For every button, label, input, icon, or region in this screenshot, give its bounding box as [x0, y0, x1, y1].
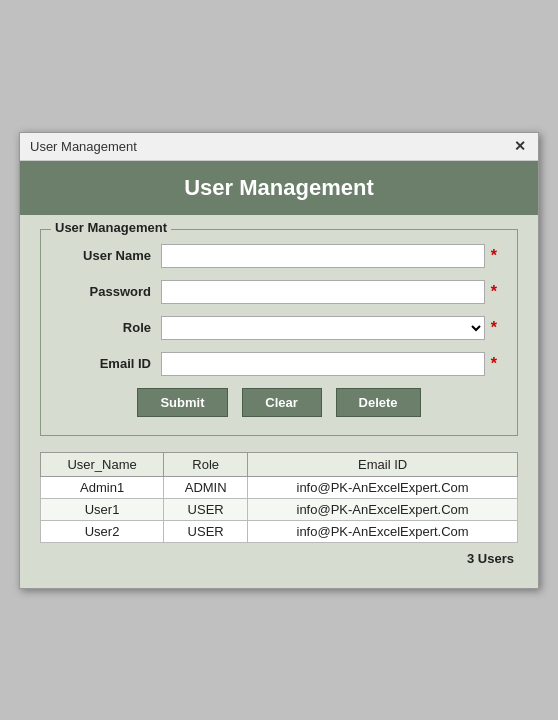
user-count: 3 Users: [467, 551, 514, 566]
clear-button[interactable]: Clear: [242, 388, 322, 417]
group-box-legend: User Management: [51, 220, 171, 235]
table-row[interactable]: Admin1ADMINinfo@PK-AnExcelExpert.Com: [41, 476, 518, 498]
emailid-input[interactable]: [161, 352, 485, 376]
role-required: *: [491, 319, 497, 337]
delete-button[interactable]: Delete: [336, 388, 421, 417]
close-button[interactable]: ✕: [512, 139, 528, 153]
role-select[interactable]: ADMIN USER: [161, 316, 485, 340]
table-row[interactable]: User2USERinfo@PK-AnExcelExpert.Com: [41, 520, 518, 542]
col-username: User_Name: [41, 452, 164, 476]
emailid-label: Email ID: [61, 356, 151, 371]
content-area: User Management User Name * Password * R…: [20, 215, 538, 588]
footer-row: 3 Users: [40, 543, 518, 568]
username-input[interactable]: [161, 244, 485, 268]
header-title: User Management: [184, 175, 374, 200]
window-title: User Management: [30, 139, 137, 154]
password-input[interactable]: [161, 280, 485, 304]
main-window: User Management ✕ User Management User M…: [19, 132, 539, 589]
role-row: Role ADMIN USER *: [61, 316, 497, 340]
table-header-row: User_Name Role Email ID: [41, 452, 518, 476]
role-label: Role: [61, 320, 151, 335]
password-label: Password: [61, 284, 151, 299]
username-required: *: [491, 247, 497, 265]
submit-button[interactable]: Submit: [137, 388, 227, 417]
username-row: User Name *: [61, 244, 497, 268]
password-row: Password *: [61, 280, 497, 304]
users-table: User_Name Role Email ID Admin1ADMINinfo@…: [40, 452, 518, 543]
username-label: User Name: [61, 248, 151, 263]
emailid-required: *: [491, 355, 497, 373]
title-bar: User Management ✕: [20, 133, 538, 161]
group-box: User Management User Name * Password * R…: [40, 229, 518, 436]
table-section: User_Name Role Email ID Admin1ADMINinfo@…: [40, 452, 518, 543]
header-banner: User Management: [20, 161, 538, 215]
button-row: Submit Clear Delete: [61, 388, 497, 417]
col-email: Email ID: [248, 452, 518, 476]
table-row[interactable]: User1USERinfo@PK-AnExcelExpert.Com: [41, 498, 518, 520]
emailid-row: Email ID *: [61, 352, 497, 376]
password-required: *: [491, 283, 497, 301]
col-role: Role: [164, 452, 248, 476]
